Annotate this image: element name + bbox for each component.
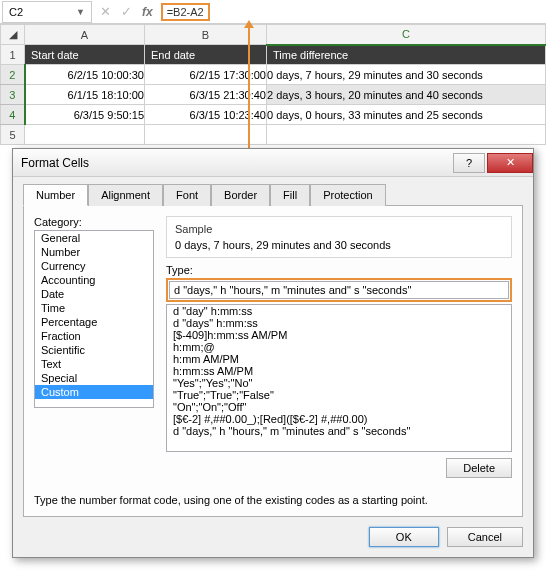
cell-A4[interactable]: 6/3/15 9:50:15 — [25, 105, 145, 125]
dialog-tabs: Number Alignment Font Border Fill Protec… — [23, 183, 523, 206]
spreadsheet-grid[interactable]: ◢ A B C 1 Start date End date Time diffe… — [0, 24, 546, 145]
cell-reference: C2 — [9, 6, 23, 18]
category-list[interactable]: General Number Currency Accounting Date … — [34, 230, 154, 408]
category-item[interactable]: Special — [35, 371, 153, 385]
cell-C4[interactable]: 0 days, 0 hours, 33 minutes and 25 secon… — [267, 105, 546, 125]
type-item[interactable]: "True";"True";"False" — [167, 389, 511, 401]
cell-A5[interactable] — [25, 125, 145, 145]
category-item[interactable]: Date — [35, 287, 153, 301]
cell-A1[interactable]: Start date — [25, 45, 145, 65]
dialog-title: Format Cells — [21, 156, 89, 170]
help-button[interactable]: ? — [453, 153, 485, 173]
cell-A3[interactable]: 6/1/15 18:10:00 — [25, 85, 145, 105]
type-item[interactable]: [$€-2] #,##0.00_);[Red]([$€-2] #,##0.00) — [167, 413, 511, 425]
type-input[interactable] — [169, 281, 509, 299]
category-item[interactable]: Accounting — [35, 273, 153, 287]
category-item[interactable]: Percentage — [35, 315, 153, 329]
category-item[interactable]: Time — [35, 301, 153, 315]
tab-fill[interactable]: Fill — [270, 184, 310, 206]
cell-B3[interactable]: 6/3/15 21:30:40 — [145, 85, 267, 105]
cell-B4[interactable]: 6/3/15 10:23:40 — [145, 105, 267, 125]
category-item[interactable]: Currency — [35, 259, 153, 273]
cell-B5[interactable] — [145, 125, 267, 145]
formula-input[interactable]: =B2-A2 — [161, 3, 210, 21]
tab-protection[interactable]: Protection — [310, 184, 386, 206]
row-header-5[interactable]: 5 — [1, 125, 25, 145]
type-item[interactable]: d "day" h:mm:ss — [167, 305, 511, 317]
cell-C3[interactable]: 2 days, 3 hours, 20 minutes and 40 secon… — [267, 85, 546, 105]
tab-border[interactable]: Border — [211, 184, 270, 206]
cancel-button[interactable]: Cancel — [447, 527, 523, 547]
type-item[interactable]: [$-409]h:mm:ss AM/PM — [167, 329, 511, 341]
format-cells-dialog: Format Cells ? ✕ Number Alignment Font B… — [12, 148, 534, 558]
type-item[interactable]: h:mm;@ — [167, 341, 511, 353]
col-header-C[interactable]: C — [267, 25, 546, 45]
type-item[interactable]: h:mm:ss AM/PM — [167, 365, 511, 377]
sample-label: Sample — [175, 223, 503, 235]
dialog-titlebar[interactable]: Format Cells ? ✕ — [13, 149, 533, 177]
cell-C2[interactable]: 0 days, 7 hours, 29 minutes and 30 secon… — [267, 65, 546, 85]
sample-value: 0 days, 7 hours, 29 minutes and 30 secon… — [175, 239, 503, 251]
row-header-4[interactable]: 4 — [1, 105, 25, 125]
close-button[interactable]: ✕ — [487, 153, 533, 173]
type-item[interactable]: d "days" h:mm:ss — [167, 317, 511, 329]
category-item[interactable]: Scientific — [35, 343, 153, 357]
cancel-icon[interactable]: ✕ — [100, 4, 111, 19]
select-all[interactable]: ◢ — [1, 25, 25, 45]
tab-font[interactable]: Font — [163, 184, 211, 206]
type-list[interactable]: d "day" h:mm:ss d "days" h:mm:ss [$-409]… — [166, 304, 512, 452]
formula-bar-icons: ✕ ✓ fx — [92, 4, 161, 19]
formula-bar: C2 ▼ ✕ ✓ fx =B2-A2 — [0, 0, 546, 24]
cell-C1[interactable]: Time difference — [267, 45, 546, 65]
row-header-3[interactable]: 3 — [1, 85, 25, 105]
type-item[interactable]: "On";"On";"Off" — [167, 401, 511, 413]
tab-number[interactable]: Number — [23, 184, 88, 206]
fx-icon[interactable]: fx — [142, 5, 153, 19]
type-item[interactable]: "Yes";"Yes";"No" — [167, 377, 511, 389]
name-box[interactable]: C2 ▼ — [2, 1, 92, 23]
hint-text: Type the number format code, using one o… — [34, 494, 512, 506]
cell-B1[interactable]: End date — [145, 45, 267, 65]
type-item[interactable]: d "days," h "hours," m "minutes and" s "… — [167, 425, 511, 437]
category-item-selected[interactable]: Custom — [35, 385, 153, 399]
tab-alignment[interactable]: Alignment — [88, 184, 163, 206]
sample-box: Sample 0 days, 7 hours, 29 minutes and 3… — [166, 216, 512, 258]
type-label: Type: — [166, 264, 512, 276]
row-header-2[interactable]: 2 — [1, 65, 25, 85]
chevron-down-icon[interactable]: ▼ — [76, 7, 85, 17]
ok-button[interactable]: OK — [369, 527, 439, 547]
category-item[interactable]: Fraction — [35, 329, 153, 343]
col-header-A[interactable]: A — [25, 25, 145, 45]
delete-button[interactable]: Delete — [446, 458, 512, 478]
category-item[interactable]: Number — [35, 245, 153, 259]
row-header-1[interactable]: 1 — [1, 45, 25, 65]
col-header-B[interactable]: B — [145, 25, 267, 45]
type-item[interactable]: h:mm AM/PM — [167, 353, 511, 365]
category-label: Category: — [34, 216, 154, 228]
cell-B2[interactable]: 6/2/15 17:30:00 — [145, 65, 267, 85]
cell-C5[interactable] — [267, 125, 546, 145]
enter-icon[interactable]: ✓ — [121, 4, 132, 19]
category-item[interactable]: Text — [35, 357, 153, 371]
cell-A2[interactable]: 6/2/15 10:00:30 — [25, 65, 145, 85]
category-item[interactable]: General — [35, 231, 153, 245]
